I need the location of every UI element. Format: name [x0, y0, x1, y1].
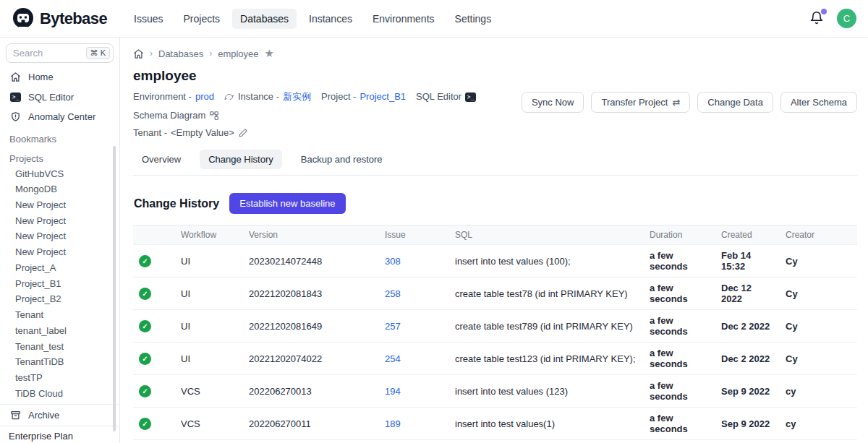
- nav-instances[interactable]: Instances: [301, 9, 360, 29]
- alter-schema-button[interactable]: Alter Schema: [780, 92, 857, 113]
- search-placeholder: Search: [13, 48, 43, 59]
- favorite-star-icon[interactable]: ★: [265, 47, 274, 60]
- table-row[interactable]: ✓ VCS 202206270010 188 insert into test …: [133, 440, 857, 443]
- top-navbar: Bytebase Issues Projects Databases Insta…: [0, 0, 868, 38]
- tab-overview[interactable]: Overview: [133, 150, 190, 169]
- table-row[interactable]: ✓ UI 20221202074022 254 create table tes…: [133, 343, 857, 375]
- database-tabs: Overview Change History Backup and resto…: [133, 150, 857, 176]
- alter-schema-label: Alter Schema: [791, 97, 847, 108]
- tenant-meta: Tenant - <Empty Value>: [133, 125, 248, 141]
- issue-link[interactable]: 189: [385, 418, 401, 429]
- issue-link[interactable]: 258: [385, 288, 401, 299]
- bookmarks-section-label: Bookmarks: [0, 127, 119, 147]
- sidebar: Search ⌘ K Home >_ SQL Editor Anomaly Ce…: [0, 38, 120, 443]
- main-nav: Issues Projects Databases Instances Envi…: [126, 9, 499, 29]
- sql-editor-label: SQL Editor: [416, 89, 461, 105]
- col-version: Version: [243, 225, 379, 245]
- table-row[interactable]: ✓ VCS 202206270011 189 insert into test …: [133, 408, 857, 440]
- tab-backup-and-restore[interactable]: Backup and restore: [292, 150, 391, 169]
- sidebar-project-tenant-test[interactable]: Tenant_test: [0, 339, 119, 355]
- sidebar-project-project-b2[interactable]: Project_B2: [0, 291, 119, 307]
- sidebar-project-tenant[interactable]: Tenant: [0, 307, 119, 323]
- table-row[interactable]: ✓ UI 20221202081649 257 create table tes…: [133, 310, 857, 343]
- brand[interactable]: Bytebase: [12, 7, 107, 30]
- table-row[interactable]: ✓ VCS 202206270013 194 insert into test …: [133, 375, 857, 408]
- sidebar-project-project-a[interactable]: Project_A: [0, 260, 119, 276]
- schema-diagram-icon: [209, 111, 219, 121]
- sidebar-project-mongodb[interactable]: MongoDB: [0, 181, 119, 197]
- transfer-project-button[interactable]: Transfer Project ⇄: [591, 92, 690, 113]
- status-done-icon: ✓: [139, 353, 151, 365]
- issue-link[interactable]: 194: [385, 386, 401, 397]
- breadcrumb-databases[interactable]: Databases: [158, 48, 203, 59]
- sidebar-project-project-b1[interactable]: Project_B1: [0, 276, 119, 292]
- tab-change-history[interactable]: Change History: [200, 150, 282, 169]
- col-created: Created: [715, 225, 780, 245]
- mysql-icon: [224, 92, 234, 102]
- sidebar-project-tenant-label[interactable]: tenant_label: [0, 323, 119, 339]
- search-shortcut-keycap: ⌘ K: [86, 47, 110, 59]
- environment-link[interactable]: prod: [195, 89, 214, 105]
- sidebar-project-githubvcs[interactable]: GitHubVCS: [0, 166, 119, 182]
- home-icon[interactable]: [133, 48, 144, 59]
- notifications-bell-icon[interactable]: [809, 11, 825, 27]
- col-issue: Issue: [379, 225, 449, 245]
- instance-link[interactable]: 新实例: [283, 89, 311, 105]
- issue-link[interactable]: 254: [385, 353, 401, 364]
- user-avatar[interactable]: C: [837, 9, 856, 28]
- nav-settings[interactable]: Settings: [447, 9, 500, 29]
- issue-link[interactable]: 308: [385, 256, 401, 267]
- sidebar-scrollbar[interactable]: [113, 146, 116, 431]
- sidebar-item-archive[interactable]: Archive: [0, 404, 119, 426]
- sidebar-project-new-project-1[interactable]: New Project: [0, 197, 119, 213]
- nav-environments[interactable]: Environments: [365, 9, 443, 29]
- environment-label: Environment -: [133, 89, 192, 105]
- environment-meta: Environment - prod: [133, 89, 214, 105]
- sidebar-project-tidb-cloud[interactable]: TiDB Cloud: [0, 386, 119, 402]
- establish-baseline-button[interactable]: Establish new baseline: [229, 193, 345, 214]
- status-done-icon: ✓: [139, 255, 151, 267]
- tenant-label: Tenant -: [133, 125, 167, 141]
- sync-now-button[interactable]: Sync Now: [522, 92, 584, 113]
- col-duration: Duration: [644, 225, 715, 245]
- status-done-icon: ✓: [139, 385, 151, 397]
- schema-diagram-link[interactable]: Schema Diagram: [133, 108, 219, 124]
- col-workflow: Workflow: [175, 225, 243, 245]
- transfer-arrows-icon: ⇄: [672, 97, 680, 108]
- transfer-project-label: Transfer Project: [601, 97, 668, 108]
- edit-pencil-icon[interactable]: [238, 128, 248, 138]
- nav-projects[interactable]: Projects: [176, 9, 229, 29]
- breadcrumb: › Databases › employee ★: [133, 47, 857, 60]
- breadcrumb-employee[interactable]: employee: [218, 48, 258, 59]
- sidebar-project-new-project-4[interactable]: New Project: [0, 244, 119, 260]
- sidebar-item-label: Anomaly Center: [28, 111, 95, 122]
- schema-diagram-label: Schema Diagram: [133, 108, 205, 124]
- col-creator: Creator: [780, 225, 857, 245]
- sidebar-item-label: SQL Editor: [28, 92, 74, 103]
- table-header-row: Workflow Version Issue SQL Duration Crea…: [133, 225, 857, 245]
- sidebar-project-tenanttidb[interactable]: TenantTiDB: [0, 354, 119, 370]
- table-row[interactable]: ✓ UI 20230214072448 308 insert into test…: [133, 245, 857, 278]
- sidebar-item-label: Archive: [28, 410, 59, 421]
- sidebar-project-testtp[interactable]: testTP: [0, 370, 119, 386]
- issue-link[interactable]: 257: [385, 321, 401, 332]
- status-done-icon: ✓: [139, 418, 151, 430]
- project-link[interactable]: Project_B1: [359, 89, 406, 105]
- sidebar-item-sql-editor[interactable]: >_ SQL Editor: [0, 87, 119, 107]
- nav-issues[interactable]: Issues: [126, 9, 171, 29]
- sidebar-project-new-project-3[interactable]: New Project: [0, 228, 119, 244]
- plan-label[interactable]: Enterprise Plan: [0, 426, 119, 443]
- sidebar-item-home[interactable]: Home: [0, 67, 119, 87]
- sql-editor-link[interactable]: SQL Editor >_: [416, 89, 476, 105]
- sidebar-project-new-project-2[interactable]: New Project: [0, 213, 119, 229]
- col-sql: SQL: [449, 225, 644, 245]
- sidebar-item-anomaly-center[interactable]: Anomaly Center: [0, 107, 119, 127]
- page-title: employee: [133, 68, 857, 84]
- projects-section-label: Projects: [0, 147, 119, 166]
- instance-meta: Instance - 新实例: [224, 89, 311, 105]
- bytebase-logo-icon: [12, 7, 35, 30]
- search-input[interactable]: Search ⌘ K: [6, 43, 114, 63]
- nav-databases[interactable]: Databases: [232, 9, 297, 29]
- table-row[interactable]: ✓ UI 20221202081843 258 create table tes…: [133, 278, 857, 310]
- change-data-button[interactable]: Change Data: [697, 92, 773, 113]
